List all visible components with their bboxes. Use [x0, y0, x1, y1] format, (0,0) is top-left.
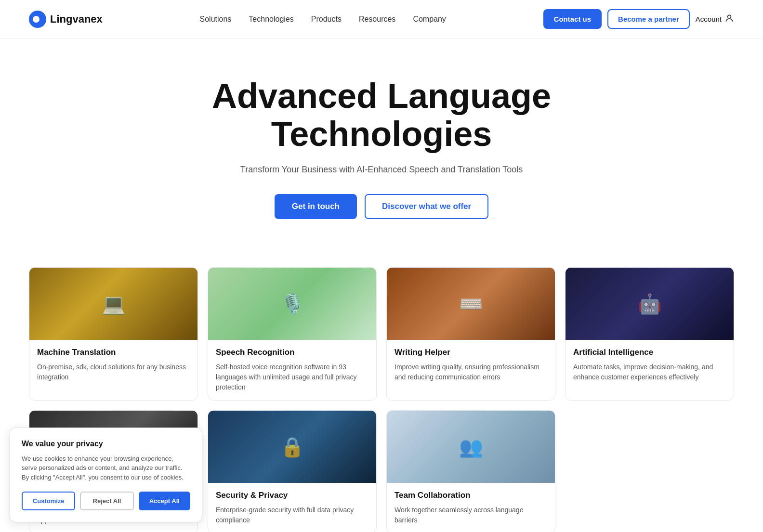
card-writing-helper[interactable]: ⌨️ Writing Helper Improve writing qualit… — [386, 267, 555, 401]
cookie-title: We value your privacy — [22, 440, 190, 448]
account-menu[interactable]: Account — [696, 13, 734, 25]
card-img-4-overlay: 🤖 — [566, 268, 734, 340]
hero-title: Advanced Language Technologies — [189, 77, 574, 153]
nav-resources[interactable]: Resources — [359, 15, 395, 23]
card-desc-7: Work together seamlessly across language… — [395, 505, 547, 525]
cookie-accept-button[interactable]: Accept All — [139, 492, 190, 510]
card-title-7: Team Collaboration — [395, 491, 547, 500]
become-partner-button[interactable]: Become a partner — [607, 9, 690, 29]
card-body-4: Artificial Intelligence Automate tasks, … — [566, 340, 734, 390]
nav-company[interactable]: Company — [413, 15, 446, 23]
card-body-2: Speech Recognition Self-hosted voice rec… — [208, 340, 376, 400]
discover-button[interactable]: Discover what we offer — [365, 194, 488, 219]
card-desc-3: Improve writing quality, ensuring profes… — [395, 362, 547, 382]
card-title-3: Writing Helper — [395, 348, 547, 357]
card-desc-2: Self-hosted voice recognition software i… — [216, 362, 368, 392]
card-img-3-overlay: ⌨️ — [387, 268, 555, 340]
cookie-text: We use cookies to enhance your browsing … — [22, 454, 190, 482]
card-collaboration[interactable]: 👥 Team Collaboration Work together seaml… — [386, 410, 555, 532]
card-body-1: Machine Translation On-premise, sdk, clo… — [29, 340, 197, 390]
nav-actions: Contact us Become a partner Account — [543, 9, 734, 29]
get-in-touch-button[interactable]: Get in touch — [275, 194, 357, 219]
card-title-4: Artificial Intelligence — [573, 348, 726, 357]
cookie-buttons: Customize Reject All Accept All — [22, 492, 190, 510]
card-body-7: Team Collaboration Work together seamles… — [387, 483, 555, 532]
card-body-6: Security & Privacy Enterprise-grade secu… — [208, 483, 376, 532]
card-title-2: Speech Recognition — [216, 348, 368, 357]
hero-subtitle: Transform Your Business with AI-Enhanced… — [19, 165, 744, 175]
card-img-1-overlay: 💻 — [29, 268, 197, 340]
hero-section: Advanced Language Technologies Transform… — [0, 39, 763, 248]
card-desc-4: Automate tasks, improve decision-making,… — [573, 362, 726, 382]
card-speech-recognition[interactable]: 🎙️ Speech Recognition Self-hosted voice … — [208, 267, 377, 401]
navbar: Lingvanex Solutions Technologies Product… — [0, 0, 763, 39]
card-body-3: Writing Helper Improve writing quality, … — [387, 340, 555, 390]
contact-us-button[interactable]: Contact us — [543, 9, 602, 29]
logo-text: Lingvanex — [50, 13, 103, 26]
svg-point-0 — [728, 15, 731, 18]
card-title-1: Machine Translation — [37, 348, 190, 357]
card-machine-translation[interactable]: 💻 Machine Translation On-premise, sdk, c… — [29, 267, 198, 401]
hero-buttons: Get in touch Discover what we offer — [19, 194, 744, 219]
card-desc-1: On-premise, sdk, cloud solutions for any… — [37, 362, 190, 382]
cards-grid: 💻 Machine Translation On-premise, sdk, c… — [29, 267, 734, 401]
nav-links: Solutions Technologies Products Resource… — [200, 15, 446, 24]
logo-icon — [29, 11, 46, 28]
cookie-banner: We value your privacy We use cookies to … — [10, 428, 202, 523]
card-security[interactable]: 🔒 Security & Privacy Enterprise-grade se… — [208, 410, 377, 532]
account-label: Account — [696, 15, 722, 23]
logo[interactable]: Lingvanex — [29, 11, 103, 28]
cookie-customize-button[interactable]: Customize — [22, 492, 75, 510]
nav-technologies[interactable]: Technologies — [249, 15, 293, 23]
nav-solutions[interactable]: Solutions — [200, 15, 232, 23]
cookie-reject-button[interactable]: Reject All — [80, 492, 133, 510]
account-icon — [724, 13, 734, 25]
card-img-2-overlay: 🎙️ — [208, 268, 376, 340]
card-desc-6: Enterprise-grade security with full data… — [216, 505, 368, 525]
card-img-7-overlay: 👥 — [387, 411, 555, 483]
card-ai[interactable]: 🤖 Artificial Intelligence Automate tasks… — [565, 267, 734, 401]
nav-products[interactable]: Products — [311, 15, 342, 23]
card-img-6-overlay: 🔒 — [208, 411, 376, 483]
card-title-6: Security & Privacy — [216, 491, 368, 500]
